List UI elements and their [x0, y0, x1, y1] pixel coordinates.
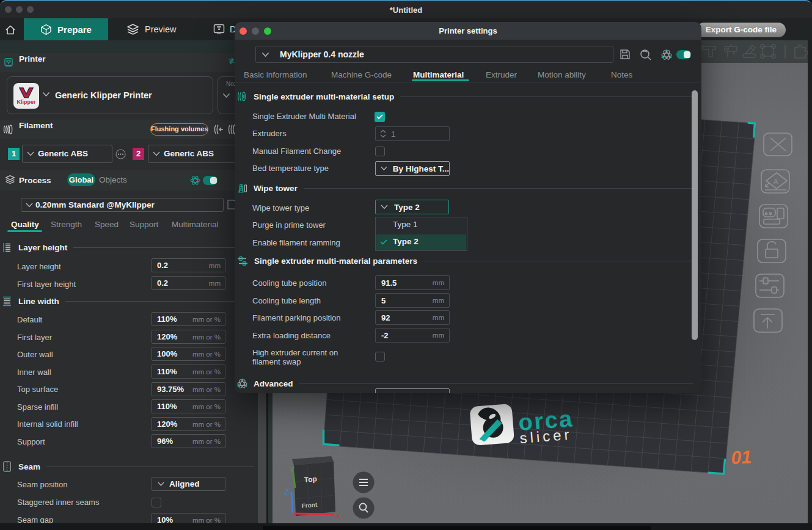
- svg-text:Z: Z: [285, 488, 289, 496]
- svg-text:01: 01: [731, 446, 752, 468]
- svg-text:Klipper: Klipper: [16, 99, 36, 105]
- svg-text:Top: Top: [304, 474, 317, 484]
- svg-text:Front: Front: [301, 501, 318, 509]
- svg-text:X: X: [336, 512, 341, 520]
- svg-text:Y: Y: [290, 466, 294, 474]
- svg-text:A: A: [774, 178, 778, 185]
